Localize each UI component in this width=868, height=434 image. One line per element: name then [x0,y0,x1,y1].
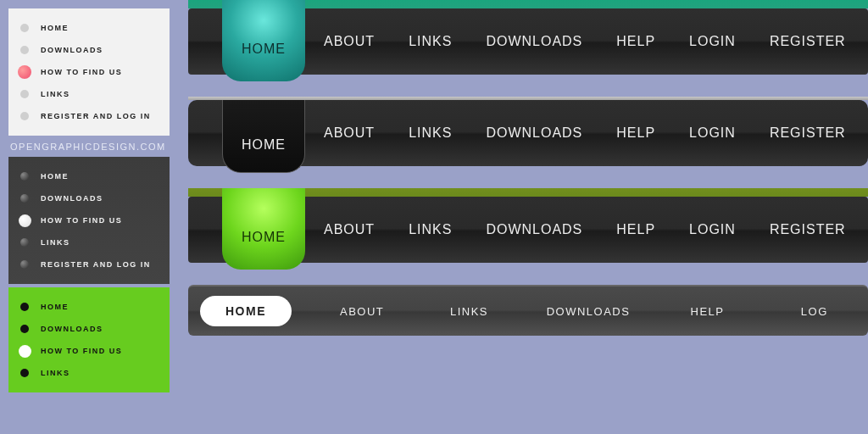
sidebar-column: HOME DOWNLOADS HOW TO FIND US LINKS REGI… [8,8,170,396]
menu-item-links[interactable]: LINKS [8,362,170,384]
menu-item-links[interactable]: LINKS [8,231,170,253]
horizontal-menu-pill: HOME ABOUT LINKS DOWNLOADS HELP LOG [188,285,868,336]
active-pill-home[interactable]: HOME [200,296,292,326]
bullet-icon [20,325,29,333]
vertical-menu-dark: HOME DOWNLOADS HOW TO FIND US LINKS REGI… [8,157,170,284]
nav-item-links[interactable]: LINKS [415,305,522,318]
nav-bar: HOME ABOUT LINKS DOWNLOADS HELP LOGIN RE… [188,100,868,166]
nav-item-about[interactable]: ABOUT [307,34,392,49]
menu-label: LINKS [41,91,70,98]
vertical-menu-green: HOME DOWNLOADS HOW TO FIND US LINKS [8,287,170,392]
menu-item-how-to-find-us[interactable]: HOW TO FIND US [8,209,170,231]
bullet-icon [20,303,29,311]
menu-label: LINKS [41,370,70,377]
nav-item-about[interactable]: ABOUT [309,305,415,318]
menu-label: DOWNLOADS [41,326,103,333]
bullet-icon [20,90,29,98]
nav-item-help[interactable]: HELP [599,222,672,237]
menu-label: HOME [41,303,69,311]
bullet-icon [20,24,29,32]
nav-item-links[interactable]: LINKS [392,34,469,49]
tab-label: HOME [242,230,286,245]
nav-item-register[interactable]: REGISTER [753,125,863,141]
bullet-icon [20,369,29,377]
menu-label: HOW TO FIND US [41,348,122,355]
nav-item-downloads[interactable]: DOWNLOADS [523,305,654,318]
vertical-menu-light: HOME DOWNLOADS HOW TO FIND US LINKS REGI… [8,8,170,136]
bullet-icon [20,194,29,203]
nav-bar: HOME ABOUT LINKS DOWNLOADS HELP LOGIN RE… [188,197,868,263]
menu-label: REGISTER AND LOG IN [41,261,151,269]
menu-item-downloads[interactable]: DOWNLOADS [8,318,170,340]
bullet-icon [20,260,29,269]
menu-label: REGISTER AND LOG IN [41,113,151,120]
menu-item-register[interactable]: REGISTER AND LOG IN [8,105,170,127]
menu-label: HOME [41,173,69,181]
nav-item-about[interactable]: ABOUT [307,222,392,237]
nav-item-register[interactable]: REGISTER [753,222,863,237]
menu-item-how-to-find-us[interactable]: HOW TO FIND US [8,340,170,362]
bullet-icon [19,345,31,358]
horizontal-menu-silver: HOME ABOUT LINKS DOWNLOADS HELP LOGIN RE… [188,97,868,166]
active-tab-home[interactable]: HOME [222,100,305,173]
pill-label: HOME [225,304,266,318]
bullet-icon [19,214,31,227]
nav-item-downloads[interactable]: DOWNLOADS [469,222,599,237]
main-column: HOME ABOUT LINKS DOWNLOADS HELP LOGIN RE… [188,0,868,336]
tab-label: HOME [242,137,286,153]
nav-item-about[interactable]: ABOUT [307,125,392,141]
nav-item-downloads[interactable]: DOWNLOADS [469,34,599,49]
menu-item-home[interactable]: HOME [8,296,170,318]
menu-item-register[interactable]: REGISTER AND LOG IN [8,253,170,275]
bullet-icon [18,65,31,79]
menu-item-downloads[interactable]: DOWNLOADS [8,39,170,61]
horizontal-menu-green: HOME ABOUT LINKS DOWNLOADS HELP LOGIN RE… [188,188,868,263]
menu-label: HOW TO FIND US [41,69,122,76]
credit-text: OPENGRAPHICDESIGN.COM [8,139,170,157]
menu-item-links[interactable]: LINKS [8,83,170,105]
horizontal-menu-teal: HOME ABOUT LINKS DOWNLOADS HELP LOGIN RE… [188,0,868,75]
nav-item-help[interactable]: HELP [654,305,760,318]
menu-item-how-to-find-us[interactable]: HOW TO FIND US [8,61,170,83]
menu-item-downloads[interactable]: DOWNLOADS [8,187,170,209]
nav-item-links[interactable]: LINKS [392,125,469,141]
bullet-icon [20,112,29,120]
nav-item-register[interactable]: REGISTER [753,34,863,49]
nav-item-login[interactable]: LOGIN [672,34,753,49]
nav-item-downloads[interactable]: DOWNLOADS [469,125,599,141]
nav-item-login[interactable]: LOGIN [672,125,753,141]
bullet-icon [20,46,29,54]
nav-item-help[interactable]: HELP [599,34,672,49]
menu-label: DOWNLOADS [41,195,103,203]
nav-item-links[interactable]: LINKS [392,222,469,237]
active-tab-home[interactable]: HOME [222,0,305,81]
nav-bar: HOME ABOUT LINKS DOWNLOADS HELP LOGIN RE… [188,8,868,75]
nav-item-help[interactable]: HELP [599,125,672,141]
tab-label: HOME [242,42,286,57]
menu-label: LINKS [41,239,70,247]
bullet-icon [20,172,29,181]
menu-label: HOW TO FIND US [41,217,122,225]
bullet-icon [20,238,29,247]
nav-item-login[interactable]: LOGIN [672,222,753,237]
menu-item-home[interactable]: HOME [8,165,170,187]
nav-item-log[interactable]: LOG [761,305,868,318]
menu-label: DOWNLOADS [41,47,103,54]
menu-label: HOME [41,25,69,32]
menu-item-home[interactable]: HOME [8,17,170,39]
active-tab-home[interactable]: HOME [222,188,305,270]
